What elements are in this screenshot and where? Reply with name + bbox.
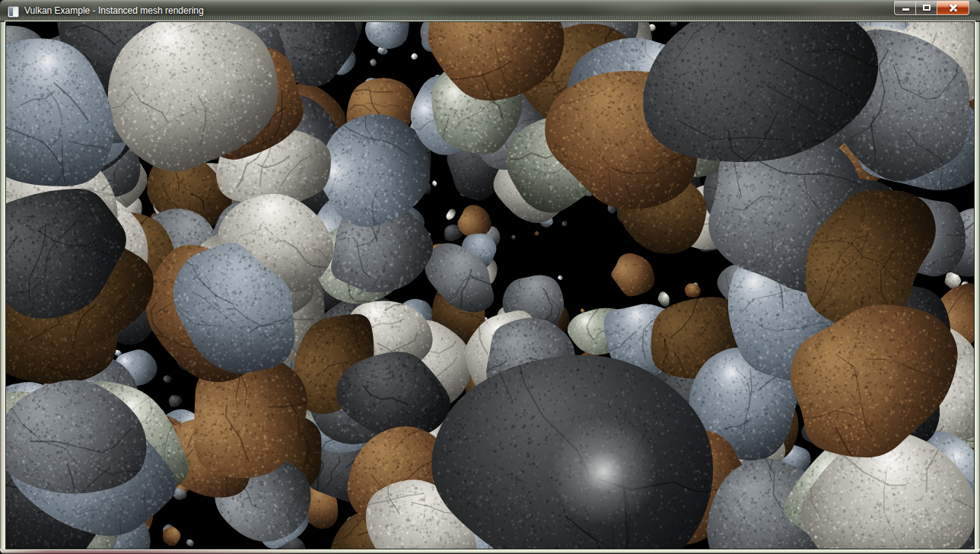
window-resize-border-bottom[interactable] — [0, 549, 980, 554]
window-resize-border-left[interactable] — [0, 22, 6, 549]
maximize-icon — [923, 5, 931, 11]
window-resize-border-right[interactable] — [974, 22, 980, 549]
title-bar[interactable]: Vulkan Example - Instanced mesh renderin… — [0, 0, 980, 22]
app-window: Vulkan Example - Instanced mesh renderin… — [0, 0, 980, 554]
minimize-button[interactable] — [894, 1, 916, 15]
close-button[interactable] — [937, 1, 969, 15]
window-title: Vulkan Example - Instanced mesh renderin… — [24, 5, 204, 17]
maximize-button[interactable] — [916, 1, 937, 15]
render-viewport[interactable] — [6, 22, 974, 549]
close-icon — [937, 1, 969, 14]
caption-button-group — [894, 1, 969, 15]
minimize-icon — [902, 8, 909, 11]
rock-field-canvas[interactable] — [6, 22, 974, 549]
application-icon[interactable] — [8, 6, 19, 18]
